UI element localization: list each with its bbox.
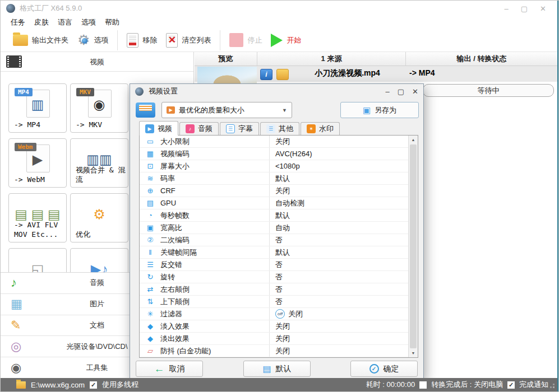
save-as-button[interactable]: ▣ 另存为 [340, 102, 419, 118]
sidebar-section-header[interactable]: 视频 [1, 52, 193, 72]
format-card-icon: Webm ▶ [9, 141, 66, 171]
menu-item[interactable]: 选项 [81, 17, 96, 27]
setting-icon: ☰ [145, 261, 155, 268]
setting-row[interactable]: ◔ 每秒帧数 默认 [140, 209, 408, 222]
output-folder-button[interactable]: 输出文件夹 [8, 34, 73, 47]
options-button[interactable]: ⚙ 选项 [73, 32, 113, 48]
settings-tab[interactable]: ♪ 音频 [179, 122, 219, 135]
settings-rows: ▭ 大小限制 关闭 ▦ 视频编码 [140, 136, 408, 357]
settings-tab[interactable]: ☰ 其他 [260, 122, 299, 135]
format-card[interactable]: MP4 ▥ -> MP4 [8, 83, 67, 133]
format-badge: Webm [15, 143, 36, 151]
format-glyph-icon: ▶ [33, 153, 43, 166]
setting-row[interactable]: ☰ 反交错 否 [140, 259, 408, 271]
setting-row[interactable]: ⇄ 左右颠倒 否 [140, 283, 408, 296]
shutdown-checkbox[interactable] [419, 381, 427, 389]
setting-value-cell: off 关闭 [270, 308, 303, 320]
format-badge: MKV [76, 88, 94, 96]
format-card[interactable]: ⚙ 优化 [70, 193, 128, 242]
setting-row[interactable]: ▣ 宽高比 自动 [140, 222, 408, 234]
scroll-up-icon[interactable]: ▲ [409, 136, 418, 144]
notify-checkbox[interactable]: ✓ [507, 381, 515, 389]
format-cards: MP4 ▥ -> MP4 MKV ◉ -> MKV [1, 83, 128, 297]
setting-name: 大小限制 [160, 137, 190, 147]
setting-row[interactable]: ⊡ 屏幕大小 <1080p [140, 160, 408, 172]
remove-button[interactable]: 移除 [122, 32, 161, 49]
setting-value-cell: 关闭 [270, 345, 290, 357]
setting-row[interactable]: ◆ 淡出效果 关闭 [140, 333, 408, 345]
output-path[interactable]: E:\www.x6g.com [31, 381, 85, 389]
header-source: 1 来源 [257, 52, 406, 66]
menu-item[interactable]: 任务 [11, 17, 25, 27]
menubar: 任务皮肤语言选项帮助 [1, 16, 558, 29]
setting-row[interactable]: ◆ 淡入效果 关闭 [140, 320, 408, 333]
setting-row[interactable]: ↻ 旋转 否 [140, 271, 408, 283]
maximize-icon[interactable]: ▢ [521, 4, 528, 13]
format-card[interactable]: ▤ ▤ ▤ -> AVI FLV MOV Etc... [8, 193, 67, 242]
scroll-down-icon[interactable]: ▼ [409, 349, 418, 357]
setting-name: 视频编码 [160, 149, 190, 159]
setting-row[interactable]: ‖ 关键帧间隔 默认 [140, 246, 408, 259]
setting-icon: ⊕ [145, 187, 155, 194]
scrollbar-thumb[interactable] [410, 144, 417, 348]
setting-row[interactable]: ⊕ CRF 关闭 [140, 185, 408, 197]
dialog-titlebar: 视频设置 – ▢ ✕ [130, 84, 423, 99]
format-card[interactable]: MKV ◉ -> MKV [70, 83, 128, 133]
setting-name-cell: ⇄ 左右颠倒 [140, 283, 270, 295]
window-edge-accent [557, 1, 558, 391]
multithread-checkbox[interactable]: ✓ [90, 381, 97, 389]
stop-button[interactable]: 停止 [225, 32, 266, 48]
setting-name: 屏幕大小 [160, 161, 190, 171]
setting-value-cell: 否 [270, 259, 283, 270]
menu-item[interactable]: 语言 [58, 17, 72, 27]
setting-name-cell: ⊡ 屏幕大小 [140, 160, 270, 172]
info-icon[interactable]: i [260, 69, 272, 80]
open-folder-icon[interactable] [276, 69, 289, 80]
tab-icon: ☰ [266, 124, 275, 133]
setting-name-cell: ⇅ 上下颠倒 [140, 296, 270, 307]
dialog-minimize-icon[interactable]: – [386, 87, 390, 96]
dialog-maximize-icon[interactable]: ▢ [398, 87, 404, 96]
setting-row[interactable]: ⇅ 上下颠倒 否 [140, 296, 408, 308]
cancel-button[interactable]: ← 取消 [136, 361, 203, 377]
setting-icon: ▤ [145, 199, 155, 207]
ok-button[interactable]: ✓ 确定 [350, 361, 418, 377]
tab-label: 其他 [279, 124, 293, 134]
section-title: 视频 [1, 52, 193, 72]
resize-grip[interactable] [553, 386, 555, 388]
minimize-icon[interactable]: – [505, 4, 509, 13]
setting-name-cell: ⊕ CRF [140, 185, 270, 197]
profile-dropdown[interactable]: ▶ 最优化的质量和大小 ▼ [161, 102, 292, 118]
scrollbar[interactable]: ▲ ▼ [408, 136, 418, 357]
settings-tab[interactable]: ✶ 水印 [301, 122, 340, 135]
output-path-folder-icon[interactable] [16, 381, 26, 389]
dialog-close-icon[interactable]: ✕ [412, 87, 418, 96]
setting-row[interactable]: ▱ 防抖 (白金功能) 关闭 [140, 345, 408, 357]
settings-tab[interactable]: ▶ 视频 [139, 121, 178, 136]
setting-row[interactable]: ▤ GPU 自动检测 [140, 197, 408, 209]
settings-tab[interactable]: ☰ 字幕 [220, 122, 259, 135]
format-card[interactable]: ▥▥ 视频合并 & 混流 [70, 138, 128, 188]
setting-row[interactable]: ≋ 码率 默认 [140, 172, 408, 185]
setting-row[interactable]: ② 二次编码 否 [140, 234, 408, 246]
setting-row[interactable]: ✳ 过滤器 off 关闭 [140, 308, 408, 320]
setting-icon: ◔ [145, 212, 155, 219]
format-card-icon: MKV ◉ [71, 86, 128, 116]
format-card-label: 优化 [76, 230, 126, 240]
chevron-down-icon: ▼ [282, 108, 287, 113]
default-button[interactable]: ▤ 默认 [243, 361, 311, 377]
format-card-label: -> AVI FLV MOV Etc... [14, 221, 64, 240]
clear-list-button[interactable]: ✕ 清空列表 [161, 32, 215, 49]
format-card[interactable]: Webm ▶ -> WebM [8, 138, 67, 188]
start-button[interactable]: 开始 [266, 32, 306, 48]
menu-item[interactable]: 皮肤 [34, 17, 49, 27]
setting-name-cell: ▤ GPU [140, 197, 270, 209]
setting-value-cell: 默认 [270, 246, 290, 258]
play-icon [271, 34, 283, 47]
menu-item[interactable]: 帮助 [105, 17, 119, 27]
setting-row[interactable]: ▦ 视频编码 AVC(H264) [140, 148, 408, 160]
source-filename: 小刀洗澡视频.mp4 [290, 68, 405, 78]
floppy-icon: ▣ [363, 106, 371, 114]
close-icon[interactable]: ✕ [540, 4, 546, 13]
setting-row[interactable]: ▭ 大小限制 关闭 [140, 136, 408, 148]
